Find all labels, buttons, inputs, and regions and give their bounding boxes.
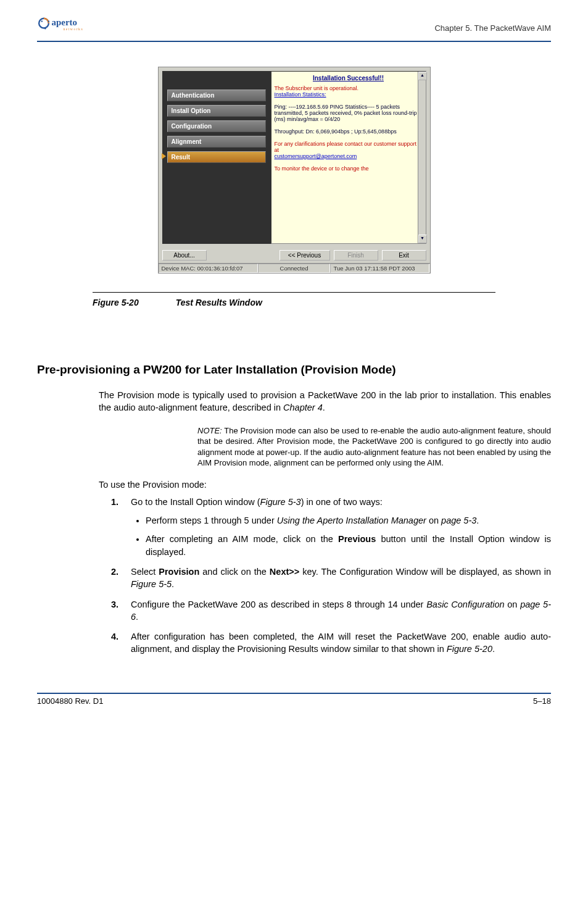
finish-button: Finish <box>334 250 378 261</box>
result-line1: The Subscriber unit is operational. <box>275 85 423 91</box>
steps-list: Go to the Install Option window (Figure … <box>111 496 551 656</box>
note-block: NOTE: The Provision mode can also be use… <box>197 425 551 469</box>
result-throughput: Throughput: Dn: 6,069,904bps ; Up:5,645,… <box>275 128 423 135</box>
nav-authentication[interactable]: Authentication <box>167 90 266 101</box>
note-body: The Provision mode can also be used to r… <box>197 426 551 468</box>
app-window: Authentication Install Option Configurat… <box>158 67 431 274</box>
about-button[interactable]: About... <box>162 250 207 261</box>
section-heading: Pre-provisioning a PW200 for Later Insta… <box>37 363 551 377</box>
scrollbar[interactable]: ▲ ▼ <box>418 72 426 243</box>
steps-intro: To use the Provision mode: <box>99 480 551 490</box>
button-row: About... << Previous Finish Exit <box>159 248 430 263</box>
figure-number: Figure 5-20 <box>93 298 139 307</box>
nav-result[interactable]: Result <box>167 151 266 163</box>
nav-alignment[interactable]: Alignment <box>167 136 266 148</box>
status-bar: Device MAC: 00:01:36:10:fd:07 Connected … <box>159 263 430 273</box>
status-connection: Connected <box>258 264 331 273</box>
section-para1: The Provision mode is typically used to … <box>99 389 551 414</box>
result-line2: Installation Statistics: <box>275 91 423 98</box>
result-title: Installation Successful!! <box>275 75 423 81</box>
result-support-link[interactable]: customersupport@apertonet.com <box>275 153 423 159</box>
result-ping: Ping: ----192.168.5.69 PING Statistics--… <box>275 104 423 122</box>
result-support-text: For any clarifications please contact ou… <box>275 141 423 153</box>
step-3: Configure the PacketWave 200 as describe… <box>111 598 551 624</box>
step-1-bullet-1: Perform steps 1 through 5 under Using th… <box>146 514 551 527</box>
step-4: After configuration has been completed, … <box>111 630 551 656</box>
svg-point-1 <box>41 20 43 22</box>
footer-page-number: 5–18 <box>533 696 551 706</box>
scroll-down-icon[interactable]: ▼ <box>418 235 427 243</box>
result-monitor: To monitor the device or to change the <box>275 165 423 172</box>
result-panel: Installation Successful!! The Subscriber… <box>271 71 426 244</box>
svg-text:networks: networks <box>63 27 83 31</box>
page-footer: 10004880 Rev. D1 5–18 <box>37 693 551 706</box>
figure-divider <box>93 292 495 293</box>
step-1: Go to the Install Option window (Figure … <box>111 496 551 558</box>
svg-text:aperto: aperto <box>52 17 77 27</box>
svg-point-2 <box>48 20 49 22</box>
figure-ref: Figure 5-3 <box>260 497 301 507</box>
scroll-up-icon[interactable]: ▲ <box>418 72 427 80</box>
nav-result-label: Result <box>172 154 191 161</box>
status-mac: Device MAC: 00:01:36:10:fd:07 <box>159 264 258 273</box>
step-2: Select Provision and click on the Next>>… <box>111 566 551 591</box>
page-header: aperto networks Chapter 5. The PacketWav… <box>37 12 551 42</box>
status-date: Tue Jun 03 17:11:58 PDT 2003 <box>330 264 429 273</box>
figure-caption: Figure 5-20Test Results Window <box>93 298 551 307</box>
arrow-icon <box>162 153 166 159</box>
svg-point-3 <box>44 28 46 29</box>
footer-doc-id: 10004880 Rev. D1 <box>37 696 103 706</box>
exit-button[interactable]: Exit <box>382 250 426 261</box>
wizard-nav: Authentication Install Option Configurat… <box>162 71 271 244</box>
figure-screenshot: Authentication Install Option Configurat… <box>37 67 551 274</box>
figure-title: Test Results Window <box>176 298 262 307</box>
chapter-ref: Chapter 4 <box>283 403 323 412</box>
logo: aperto networks <box>37 12 105 37</box>
step-1-bullet-2: After completing an AIM mode, click on t… <box>146 533 551 558</box>
nav-configuration[interactable]: Configuration <box>167 120 266 132</box>
nav-install-option[interactable]: Install Option <box>167 105 266 117</box>
note-label: NOTE: <box>197 426 222 435</box>
chapter-label: Chapter 5. The PacketWave AIM <box>434 23 551 33</box>
previous-button[interactable]: << Previous <box>280 250 330 261</box>
